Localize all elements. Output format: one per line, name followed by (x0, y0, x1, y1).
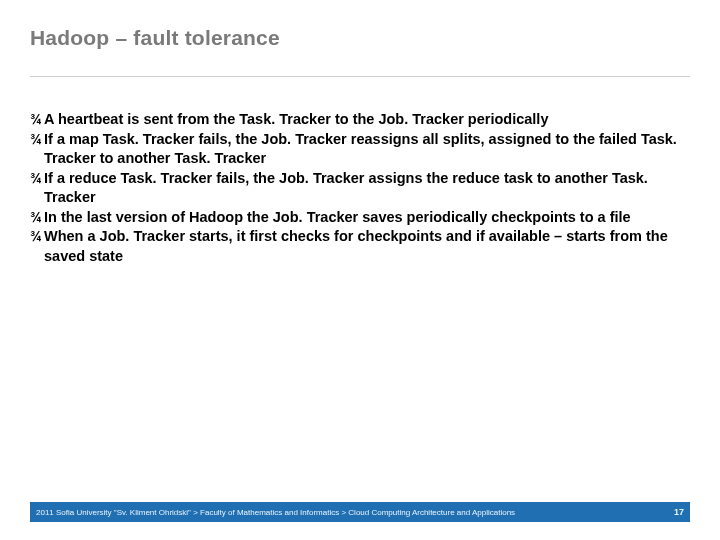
bullet-icon: ¾ (30, 227, 44, 246)
list-item: ¾ A heartbeat is sent from the Task. Tra… (30, 110, 690, 130)
footer-breadcrumb: 2011 Sofia University "Sv. Kliment Ohrid… (36, 508, 515, 517)
title-divider (30, 76, 690, 77)
bullet-icon: ¾ (30, 110, 44, 129)
list-item: ¾ If a reduce Task. Tracker fails, the J… (30, 169, 690, 208)
list-item-text: If a reduce Task. Tracker fails, the Job… (44, 169, 690, 208)
bullet-icon: ¾ (30, 130, 44, 149)
slide: Hadoop – fault tolerance ¾ A heartbeat i… (0, 0, 720, 540)
page-number: 17 (674, 507, 684, 517)
list-item-text: When a Job. Tracker starts, it first che… (44, 227, 690, 266)
list-item: ¾ In the last version of Hadoop the Job.… (30, 208, 690, 228)
list-item-text: If a map Task. Tracker fails, the Job. T… (44, 130, 690, 169)
footer-bar: 2011 Sofia University "Sv. Kliment Ohrid… (30, 502, 690, 522)
bullet-icon: ¾ (30, 169, 44, 188)
content-area: ¾ A heartbeat is sent from the Task. Tra… (30, 110, 690, 267)
list-item: ¾ If a map Task. Tracker fails, the Job.… (30, 130, 690, 169)
list-item-text: In the last version of Hadoop the Job. T… (44, 208, 690, 228)
bullet-icon: ¾ (30, 208, 44, 227)
list-item: ¾ When a Job. Tracker starts, it first c… (30, 227, 690, 266)
list-item-text: A heartbeat is sent from the Task. Track… (44, 110, 690, 130)
slide-title: Hadoop – fault tolerance (30, 26, 690, 50)
